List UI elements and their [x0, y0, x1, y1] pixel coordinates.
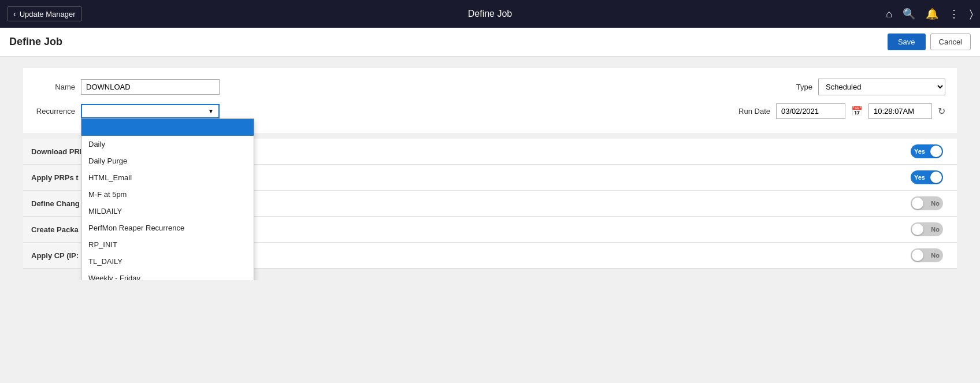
step-toggle-cell-1: Yes: [347, 139, 957, 165]
dropdown-item-daily-purge[interactable]: Daily Purge: [81, 153, 254, 169]
toggle-label-off-4: No: [931, 226, 940, 233]
dropdown-item-daily[interactable]: Daily: [81, 136, 254, 153]
toggle-1[interactable]: Yes: [911, 144, 943, 158]
toggle-circle-5: [912, 250, 923, 261]
run-date-label: Run Date: [730, 107, 770, 116]
toggle-circle-1: [930, 146, 942, 157]
type-field-group: Type Scheduled Manual Event: [772, 79, 945, 95]
topbar: ‹ Update Manager Define Job ⌂ 🔍 🔔 ⋮ 〉: [0, 0, 980, 28]
recurrence-wrapper: ▼ Daily Daily Purge HTML_Email M-F at 5p…: [81, 104, 220, 118]
run-date-input[interactable]: [776, 103, 845, 119]
recurrence-label: Recurrence: [35, 107, 75, 116]
toggle-wrapper-3: No: [355, 196, 949, 210]
toggle-wrapper-1: Yes: [355, 144, 949, 158]
toggle-2[interactable]: Yes: [911, 170, 943, 184]
form-fields-section: Name Type Scheduled Manual Event Recurre…: [23, 68, 957, 133]
refresh-icon[interactable]: ↻: [938, 106, 945, 117]
type-select[interactable]: Scheduled Manual Event: [818, 79, 945, 95]
toggle-4[interactable]: No: [911, 222, 943, 236]
name-field-group: Name: [35, 79, 220, 95]
run-time-input[interactable]: [868, 103, 932, 119]
toggle-wrapper-2: Yes: [355, 170, 949, 184]
more-options-icon[interactable]: ⋮: [949, 8, 959, 20]
dropdown-item-mildaily[interactable]: MILDAILY: [81, 203, 254, 220]
step-toggle-cell-5: No: [347, 243, 957, 269]
toggle-circle-3: [912, 198, 923, 209]
step-toggle-cell-2: Yes: [347, 165, 957, 191]
toggle-wrapper-5: No: [355, 248, 949, 262]
toggle-3[interactable]: No: [911, 196, 943, 210]
search-icon[interactable]: 🔍: [903, 8, 915, 20]
toggle-wrapper-4: No: [355, 222, 949, 236]
subheader: Define Job Save Cancel: [0, 28, 980, 57]
topbar-icons: ⌂ 🔍 🔔 ⋮ 〉: [886, 8, 973, 20]
run-date-field-group: Run Date 📅 ↻: [730, 103, 945, 119]
toggle-label-on-1: Yes: [914, 148, 925, 155]
bell-icon[interactable]: 🔔: [926, 8, 938, 20]
back-arrow-icon: ‹: [13, 9, 16, 18]
calendar-icon[interactable]: 📅: [851, 106, 863, 117]
form-row-name-type: Name Type Scheduled Manual Event: [35, 79, 945, 95]
close-circle-icon[interactable]: 〉: [970, 8, 973, 20]
back-label: Update Manager: [20, 10, 76, 18]
form-row-recurrence-rundate: Recurrence ▼ Daily Daily Purge HTML_Emai…: [35, 103, 945, 119]
dropdown-item-weekly-friday[interactable]: Weekly - Friday: [81, 270, 254, 280]
home-icon[interactable]: ⌂: [886, 8, 892, 20]
save-button[interactable]: Save: [888, 34, 926, 50]
cancel-button[interactable]: Cancel: [930, 34, 971, 50]
toggle-label-off-5: No: [931, 252, 940, 259]
topbar-title: Define Job: [468, 9, 513, 19]
dropdown-item-mf-5pm[interactable]: M-F at 5pm: [81, 186, 254, 203]
chevron-down-icon: ▼: [208, 108, 214, 114]
dropdown-item-tl-daily[interactable]: TL_DAILY: [81, 253, 254, 270]
recurrence-dropdown-list: Daily Daily Purge HTML_Email M-F at 5pm …: [81, 118, 254, 280]
page-title: Define Job: [9, 36, 62, 48]
recurrence-select[interactable]: ▼: [81, 104, 220, 118]
recurrence-field-group: Recurrence ▼ Daily Daily Purge HTML_Emai…: [35, 104, 220, 118]
main-content: Name Type Scheduled Manual Event Recurre…: [0, 57, 980, 280]
toggle-circle-2: [930, 172, 942, 183]
subheader-actions: Save Cancel: [888, 34, 971, 50]
dropdown-item-html-email[interactable]: HTML_Email: [81, 169, 254, 186]
dropdown-item-rp-init[interactable]: RP_INIT: [81, 236, 254, 253]
toggle-5[interactable]: No: [911, 248, 943, 262]
back-button[interactable]: ‹ Update Manager: [7, 6, 82, 21]
step-toggle-cell-3: No: [347, 191, 957, 217]
toggle-label-off-3: No: [931, 200, 940, 207]
name-label: Name: [35, 83, 75, 91]
toggle-circle-4: [912, 224, 923, 235]
dropdown-item-blank[interactable]: [81, 119, 254, 136]
name-input[interactable]: [81, 79, 220, 95]
dropdown-item-perfmon[interactable]: PerfMon Reaper Recurrence: [81, 220, 254, 236]
type-label: Type: [772, 83, 812, 91]
toggle-label-on-2: Yes: [914, 174, 925, 181]
step-toggle-cell-4: No: [347, 217, 957, 243]
